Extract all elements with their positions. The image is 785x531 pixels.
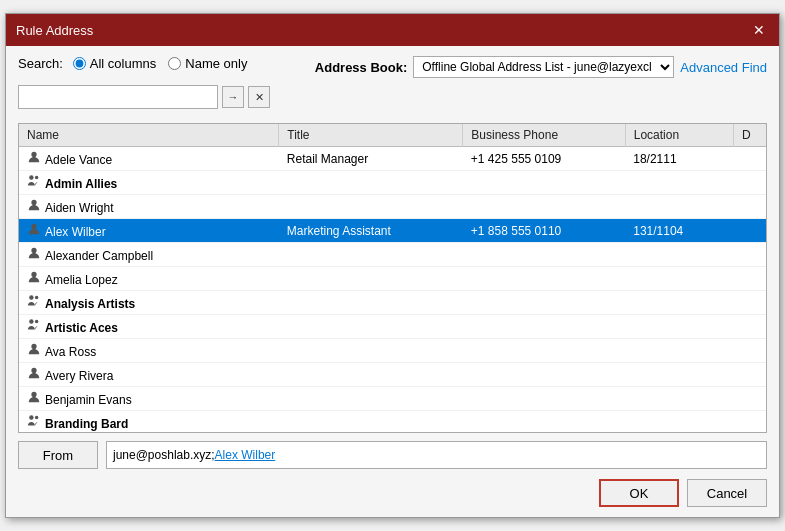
table-row[interactable]: Amelia Lopez <box>19 267 766 291</box>
svg-point-10 <box>35 320 39 324</box>
radio-all-columns-input[interactable] <box>73 57 86 70</box>
svg-point-1 <box>29 175 33 179</box>
search-input[interactable] <box>18 85 218 109</box>
from-field: june@poshlab.xyz; Alex Wilber <box>106 441 767 469</box>
col-phone: Business Phone <box>463 124 625 147</box>
search-row: Search: All columns Name only <box>18 56 270 71</box>
table-row[interactable]: Artistic Aces <box>19 315 766 339</box>
svg-point-9 <box>29 319 33 323</box>
radio-name-only[interactable]: Name only <box>168 56 247 71</box>
rule-address-dialog: Rule Address ✕ Search: All columns <box>5 13 780 518</box>
table-row[interactable]: Benjamin Evans <box>19 387 766 411</box>
top-controls: Search: All columns Name only <box>18 56 767 117</box>
svg-point-14 <box>29 415 33 419</box>
radio-name-only-label: Name only <box>185 56 247 71</box>
svg-point-5 <box>31 248 36 253</box>
person-icon <box>27 198 41 215</box>
radio-name-only-input[interactable] <box>168 57 181 70</box>
group-icon <box>27 318 41 335</box>
person-icon <box>27 366 41 383</box>
radio-all-columns[interactable]: All columns <box>73 56 156 71</box>
table-row[interactable]: Alexander Campbell <box>19 243 766 267</box>
svg-point-15 <box>35 416 39 420</box>
svg-point-11 <box>31 344 36 349</box>
contacts-table-wrapper[interactable]: Name Title Business Phone Location D Ade… <box>18 123 767 433</box>
cancel-button[interactable]: Cancel <box>687 479 767 507</box>
person-icon <box>27 270 41 287</box>
svg-point-8 <box>35 296 39 300</box>
close-button[interactable]: ✕ <box>749 20 769 40</box>
svg-point-4 <box>31 224 36 229</box>
radio-group: All columns Name only <box>73 56 248 71</box>
col-location: Location <box>625 124 733 147</box>
table-row[interactable]: Branding Bard <box>19 411 766 434</box>
table-row[interactable]: Ava Ross <box>19 339 766 363</box>
search-input-row: → ✕ <box>18 85 270 109</box>
svg-point-2 <box>35 176 39 180</box>
advanced-find-link[interactable]: Advanced Find <box>680 60 767 75</box>
table-row[interactable]: Analysis Artists <box>19 291 766 315</box>
table-row[interactable]: Admin Allies <box>19 171 766 195</box>
svg-point-7 <box>29 295 33 299</box>
title-bar: Rule Address ✕ <box>6 14 779 46</box>
col-name: Name <box>19 124 279 147</box>
col-title: Title <box>279 124 463 147</box>
dialog-body: Search: All columns Name only <box>6 46 779 517</box>
search-label: Search: <box>18 56 63 71</box>
table-row[interactable]: Aiden Wright <box>19 195 766 219</box>
address-book-section: Address Book: Offline Global Address Lis… <box>315 56 767 78</box>
col-d: D <box>733 124 766 147</box>
table-row[interactable]: Adele VanceRetail Manager+1 425 555 0109… <box>19 147 766 171</box>
svg-point-13 <box>31 392 36 397</box>
address-book-label: Address Book: <box>315 60 407 75</box>
ok-button[interactable]: OK <box>599 479 679 507</box>
bottom-buttons: OK Cancel <box>18 479 767 507</box>
group-icon <box>27 174 41 191</box>
from-button[interactable]: From <box>18 441 98 469</box>
group-icon <box>27 414 41 431</box>
person-icon <box>27 150 41 167</box>
table-row[interactable]: Avery Rivera <box>19 363 766 387</box>
svg-point-0 <box>31 152 36 157</box>
svg-point-6 <box>31 272 36 277</box>
search-arrow-button[interactable]: → <box>222 86 244 108</box>
search-clear-button[interactable]: ✕ <box>248 86 270 108</box>
contacts-tbody: Adele VanceRetail Manager+1 425 555 0109… <box>19 147 766 434</box>
svg-point-3 <box>31 200 36 205</box>
svg-point-12 <box>31 368 36 373</box>
person-icon <box>27 342 41 359</box>
person-icon <box>27 246 41 263</box>
table-header-row: Name Title Business Phone Location D <box>19 124 766 147</box>
person-icon <box>27 222 41 239</box>
contacts-table: Name Title Business Phone Location D Ade… <box>19 124 766 433</box>
from-field-normal-text: june@poshlab.xyz; <box>113 448 215 462</box>
radio-all-columns-label: All columns <box>90 56 156 71</box>
person-icon <box>27 390 41 407</box>
table-header: Name Title Business Phone Location D <box>19 124 766 147</box>
from-row: From june@poshlab.xyz; Alex Wilber <box>18 441 767 469</box>
top-left: Search: All columns Name only <box>18 56 270 117</box>
from-field-link-text: Alex Wilber <box>215 448 276 462</box>
group-icon <box>27 294 41 311</box>
dialog-title: Rule Address <box>16 23 93 38</box>
address-book-select[interactable]: Offline Global Address List - june@lazye… <box>413 56 674 78</box>
table-row[interactable]: Alex WilberMarketing Assistant+1 858 555… <box>19 219 766 243</box>
